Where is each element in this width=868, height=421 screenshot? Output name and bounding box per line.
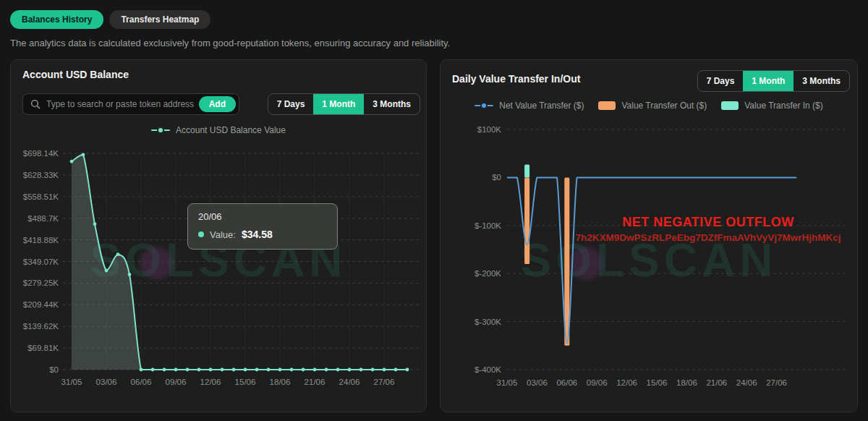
data-point[interactable] bbox=[325, 368, 328, 372]
data-point[interactable] bbox=[383, 368, 386, 372]
x-axis-label: 24/06 bbox=[339, 378, 360, 386]
x-axis-label: 12/06 bbox=[616, 378, 637, 387]
x-axis-label: 24/06 bbox=[736, 378, 757, 387]
tabbar: Balances History Transfers Heatmap bbox=[10, 10, 210, 29]
data-point[interactable] bbox=[221, 368, 224, 372]
x-axis-label: 27/06 bbox=[766, 378, 787, 387]
data-point[interactable] bbox=[348, 368, 352, 372]
daily-value-transfer-panel: Daily Value Transfer In/Out 7 Days1 Mont… bbox=[440, 59, 858, 412]
y-axis-label: $69.81K bbox=[27, 344, 59, 352]
data-point[interactable] bbox=[116, 252, 120, 256]
left-range-selector: 7 Days1 Month3 Months bbox=[268, 93, 420, 115]
y-axis-label: $0 bbox=[49, 365, 59, 374]
x-axis-label: 31/05 bbox=[497, 378, 518, 387]
x-axis-label: 27/06 bbox=[374, 378, 395, 386]
y-axis-label: $488.7K bbox=[27, 214, 59, 223]
range-7-days[interactable]: 7 Days bbox=[268, 94, 314, 114]
search-icon bbox=[30, 99, 41, 109]
data-point[interactable] bbox=[290, 368, 294, 372]
legend-account-usd-balance-value[interactable]: Account USD Balance Value bbox=[151, 125, 286, 135]
legend-label: Value Transfer Out ($) bbox=[621, 101, 707, 111]
bar-value-transfer-out[interactable] bbox=[524, 177, 529, 264]
data-point[interactable] bbox=[140, 368, 143, 372]
x-axis-label: 09/06 bbox=[587, 378, 608, 387]
analytics-page: Balances History Transfers Heatmap The a… bbox=[0, 0, 868, 421]
line-net-value-transfer[interactable] bbox=[507, 177, 796, 343]
line-dot-icon bbox=[475, 102, 493, 109]
range-1-month[interactable]: 1 Month bbox=[743, 71, 793, 91]
data-point[interactable] bbox=[278, 368, 282, 372]
tab-balances-history[interactable]: Balances History bbox=[10, 10, 103, 29]
right-range-selector: 7 Days1 Month3 Months bbox=[697, 70, 850, 92]
data-point[interactable] bbox=[93, 222, 97, 226]
data-point[interactable] bbox=[244, 368, 247, 372]
x-axis-label: 06/06 bbox=[131, 378, 152, 386]
legend-value-transfer-out[interactable]: Value Transfer Out ($) bbox=[598, 101, 707, 111]
legend-net-value-transfer[interactable]: Net Value Transfer ($) bbox=[475, 101, 584, 111]
token-search-box[interactable]: Add bbox=[22, 93, 239, 115]
tooltip-date: 20/06 bbox=[198, 211, 327, 222]
balance-chart[interactable]: $698.14K$628.33K$558.51K$488.7K$418.88K$… bbox=[17, 145, 427, 395]
chart-tooltip: 20/06 Value: $34.58 bbox=[187, 203, 338, 250]
x-axis-label: 15/06 bbox=[647, 378, 668, 387]
data-point[interactable] bbox=[359, 368, 363, 372]
bar-swatch-icon bbox=[598, 101, 616, 110]
right-legend: Net Value Transfer ($)Value Transfer Out… bbox=[441, 101, 857, 111]
add-token-button[interactable]: Add bbox=[199, 96, 236, 112]
token-search-input[interactable] bbox=[45, 98, 199, 110]
data-point[interactable] bbox=[302, 368, 305, 372]
data-point[interactable] bbox=[128, 273, 132, 276]
y-axis-label: $-100K bbox=[475, 221, 501, 230]
tooltip-value: $34.58 bbox=[242, 229, 273, 240]
x-axis-label: 03/06 bbox=[96, 378, 117, 386]
y-axis-label: $279.25K bbox=[23, 278, 59, 287]
x-axis-label: 15/06 bbox=[235, 378, 256, 386]
x-axis-label: 06/06 bbox=[556, 378, 577, 387]
x-axis-label: 21/06 bbox=[305, 378, 326, 386]
data-point[interactable] bbox=[151, 368, 155, 372]
legend-value-transfer-in[interactable]: Value Transfer In ($) bbox=[721, 101, 823, 111]
data-point[interactable] bbox=[197, 368, 201, 372]
x-axis-label: 18/06 bbox=[676, 378, 697, 387]
data-point[interactable] bbox=[313, 368, 317, 372]
range-1-month[interactable]: 1 Month bbox=[313, 94, 364, 114]
y-axis-label: $-400K bbox=[475, 365, 501, 374]
legend-label: Value Transfer In ($) bbox=[744, 101, 823, 111]
legend-label: Account USD Balance Value bbox=[176, 125, 286, 135]
y-axis-label: $139.62K bbox=[23, 322, 59, 331]
data-point[interactable] bbox=[186, 368, 190, 372]
data-point[interactable] bbox=[82, 153, 85, 156]
bar-value-transfer-in[interactable] bbox=[524, 165, 529, 178]
right-panel-title: Daily Value Transfer In/Out bbox=[452, 73, 580, 85]
y-axis-label: $-200K bbox=[475, 269, 501, 278]
data-point[interactable] bbox=[394, 368, 398, 372]
x-axis-label: 21/06 bbox=[706, 378, 727, 387]
bar-swatch-icon bbox=[721, 101, 739, 110]
range-3-months[interactable]: 3 Months bbox=[793, 71, 849, 91]
area-fill bbox=[72, 155, 407, 370]
data-point[interactable] bbox=[336, 368, 340, 372]
data-point[interactable] bbox=[163, 368, 166, 372]
data-point[interactable] bbox=[406, 368, 409, 372]
analytics-disclaimer: The analytics data is calculated exclusi… bbox=[10, 38, 450, 48]
x-axis-label: 12/06 bbox=[200, 378, 221, 386]
tooltip-series-dot bbox=[198, 231, 204, 237]
y-axis-label: $100K bbox=[477, 125, 502, 134]
bar-value-transfer-out[interactable] bbox=[564, 177, 569, 345]
data-point[interactable] bbox=[70, 160, 74, 163]
y-axis-label: $0 bbox=[492, 173, 501, 182]
data-point[interactable] bbox=[267, 368, 271, 372]
tab-transfers-heatmap[interactable]: Transfers Heatmap bbox=[109, 10, 210, 29]
account-usd-balance-panel: Account USD Balance Add 7 Days1 Month3 M… bbox=[10, 59, 427, 412]
data-point[interactable] bbox=[255, 368, 259, 372]
transfers-chart[interactable]: $100K$0$-100K$-200K$-300K$-400K31/0503/0… bbox=[446, 120, 857, 395]
data-point[interactable] bbox=[371, 368, 375, 372]
range-3-months[interactable]: 3 Months bbox=[364, 94, 420, 114]
data-point[interactable] bbox=[232, 368, 236, 372]
data-point[interactable] bbox=[174, 368, 178, 372]
legend-label: Net Value Transfer ($) bbox=[499, 101, 584, 111]
left-panel-title: Account USD Balance bbox=[22, 69, 129, 80]
data-point[interactable] bbox=[209, 368, 213, 372]
range-7-days[interactable]: 7 Days bbox=[698, 71, 744, 91]
data-point[interactable] bbox=[105, 269, 109, 273]
